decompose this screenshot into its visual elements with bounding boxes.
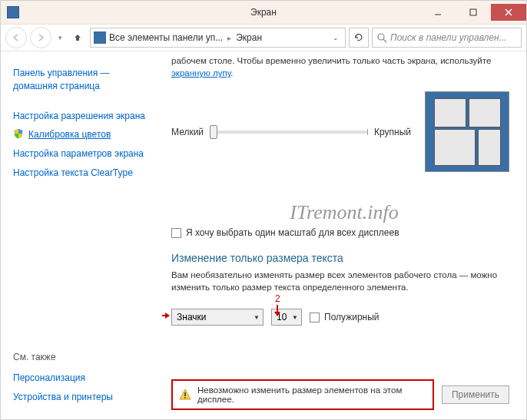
same-scale-checkbox[interactable] [171, 228, 181, 238]
combo-value: Значки [177, 312, 207, 322]
shield-icon [13, 128, 24, 139]
warning-text: Невозможно изменить размер элементов на … [197, 385, 426, 404]
content-area: Панель управления — домашняя страница На… [1, 51, 526, 419]
bold-label: Полужирный [324, 312, 380, 322]
see-also-title: См. также [13, 352, 150, 362]
search-icon [377, 33, 387, 43]
refresh-button[interactable] [349, 28, 369, 48]
main-panel: рабочем столе. Чтобы временно увеличить … [162, 51, 526, 419]
up-button[interactable] [68, 28, 87, 47]
search-placeholder: Поиск в панели управлен... [390, 32, 507, 43]
text-size-form: 1 2 Значки ▼ 10 ▼ Полужирный [171, 309, 509, 326]
watermark: ITremont.info [290, 201, 398, 224]
combo-value: 10 [277, 312, 287, 322]
bold-checkbox-row: Полужирный [310, 312, 380, 322]
text-size-section-desc: Вам необязательно изменять размер всех э… [171, 269, 509, 293]
svg-rect-7 [184, 397, 186, 399]
svg-rect-6 [184, 392, 186, 396]
address-bar[interactable]: Все элементы панели уп... ▸ Экран ⌄ [90, 28, 346, 48]
sidebar-also-personalization[interactable]: Персонализация [13, 372, 150, 385]
bold-checkbox[interactable] [310, 313, 320, 322]
checkbox-label: Я хочу выбрать один масштаб для всех дис… [186, 227, 399, 238]
svg-point-4 [378, 34, 384, 40]
sidebar-item-calibration[interactable]: Калибровка цветов [13, 128, 150, 141]
navigation-bar: ▾ Все элементы панели уп... ▸ Экран ⌄ По… [1, 24, 526, 51]
warning-icon [179, 389, 191, 401]
chevron-right-icon[interactable]: ▸ [227, 34, 231, 42]
minimize-button[interactable] [420, 4, 456, 21]
svg-rect-1 [470, 9, 476, 15]
forward-button[interactable] [30, 27, 51, 48]
window-controls [420, 4, 526, 21]
breadcrumb-item[interactable]: Экран [236, 32, 262, 43]
sidebar-item-resolution[interactable]: Настройка разрешения экрана [13, 110, 150, 123]
location-icon [94, 31, 106, 44]
back-button[interactable] [5, 27, 27, 48]
window-title: Экран [250, 7, 277, 18]
breadcrumb-item[interactable]: Все элементы панели уп... [109, 32, 223, 43]
sidebar-item-display-params[interactable]: Настройка параметров экрана [13, 147, 150, 160]
titlebar: Экран [1, 1, 526, 24]
scale-slider[interactable] [210, 131, 368, 134]
annotation-1: 1 [162, 310, 169, 321]
intro-prefix: рабочем столе. Чтобы временно увеличить … [171, 56, 491, 65]
address-dropdown[interactable]: ⌄ [330, 34, 342, 41]
app-icon [7, 6, 19, 18]
maximize-button[interactable] [456, 4, 491, 21]
display-preview [425, 91, 509, 172]
same-scale-checkbox-row: Я хочу выбрать один масштаб для всех дис… [171, 227, 509, 238]
close-button[interactable] [491, 4, 526, 21]
slider-min-label: Мелкий [171, 127, 204, 137]
scale-slider-row: Мелкий Крупный [171, 91, 509, 172]
text-size-section-title: Изменение только размера текста [171, 252, 509, 264]
warning-message: Невозможно изменить размер элементов на … [171, 379, 434, 410]
intro-text: рабочем столе. Чтобы временно увеличить … [171, 55, 509, 79]
history-dropdown[interactable]: ▾ [55, 27, 65, 48]
footer-row: Невозможно изменить размер элементов на … [171, 369, 509, 410]
sidebar: Панель управления — домашняя страница На… [1, 51, 162, 419]
sidebar-item-label: Калибровка цветов [28, 128, 111, 141]
slider-max-label: Крупный [374, 127, 411, 137]
size-combobox[interactable]: 10 ▼ [271, 309, 302, 326]
search-input[interactable]: Поиск в панели управлен... [372, 28, 522, 48]
sidebar-also-devices[interactable]: Устройства и принтеры [13, 391, 150, 404]
chevron-down-icon: ▼ [292, 314, 298, 321]
sidebar-home-link[interactable]: Панель управления — домашняя страница [13, 67, 150, 93]
magnifier-link[interactable]: экранную лупу [171, 68, 230, 78]
element-combobox[interactable]: Значки ▼ [171, 309, 264, 326]
apply-button[interactable]: Применить [442, 385, 509, 404]
control-panel-window: Экран ▾ Все элементы панели уп... ▸ Экра… [0, 0, 527, 420]
svg-line-5 [383, 39, 386, 42]
slider-thumb[interactable] [210, 125, 217, 139]
sidebar-item-cleartype[interactable]: Настройка текста ClearType [13, 167, 150, 180]
chevron-down-icon: ▼ [254, 314, 260, 321]
